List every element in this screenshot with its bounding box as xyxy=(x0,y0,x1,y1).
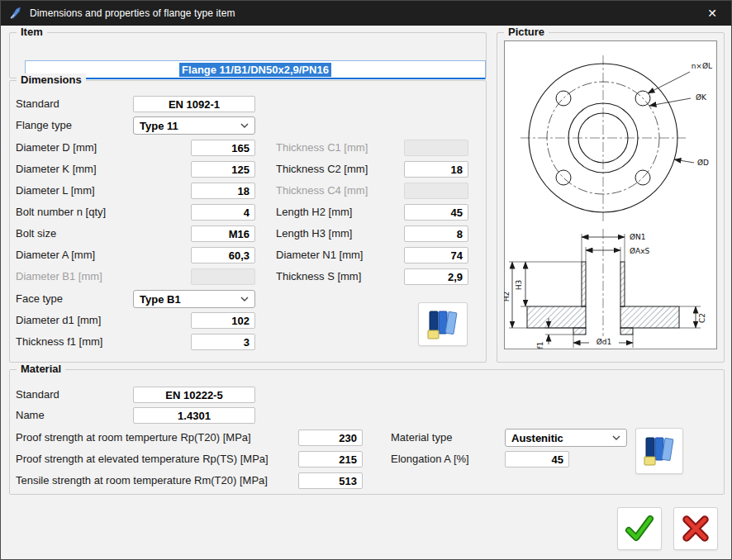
diameter-n1-input[interactable]: 74 xyxy=(404,247,468,263)
rp-t20-value: 230 xyxy=(339,432,357,444)
thickness-c2-input[interactable]: 18 xyxy=(404,161,468,178)
material-name-input[interactable]: 1.4301 xyxy=(133,407,255,424)
rp-t20-input[interactable]: 230 xyxy=(298,429,363,446)
diameter-b1-label: Diameter B1 [mm] xyxy=(16,268,102,285)
diameter-d1-value: 102 xyxy=(231,315,250,327)
material-standard-input[interactable]: EN 10222-5 xyxy=(133,387,255,403)
drawing-label-h3: H3 xyxy=(515,280,523,291)
bolt-number-label: Bolt number n [qty] xyxy=(16,204,106,221)
thickness-c2-label: Thickness C2 [mm] xyxy=(276,161,368,178)
elongation-input[interactable]: 45 xyxy=(505,451,569,467)
bolt-size-value: M16 xyxy=(229,228,250,240)
dialog-window: Dimensions and properties of flange type… xyxy=(0,0,732,560)
close-icon: ✕ xyxy=(707,7,717,20)
drawing-label-c2: C2 xyxy=(698,313,706,323)
diameter-a-value: 60,3 xyxy=(229,249,250,262)
standard-label: Standard xyxy=(16,96,59,112)
diameter-d1-input[interactable]: 102 xyxy=(191,312,255,329)
drawing-label-bolt-holes: n×ØL xyxy=(692,62,712,70)
bolt-size-label: Bolt size xyxy=(16,225,56,242)
material-name-label: Name xyxy=(16,407,45,424)
thickness-s-value: 2,9 xyxy=(448,271,463,283)
diameter-l-value: 18 xyxy=(238,185,250,197)
diameter-a-input[interactable]: 60,3 xyxy=(191,247,255,263)
cancel-button[interactable] xyxy=(673,507,718,550)
thickness-f1-input[interactable]: 3 xyxy=(191,334,255,350)
thickness-c4-label: Thickness C4 [mm] xyxy=(276,183,368,199)
check-icon xyxy=(624,515,655,543)
books-icon xyxy=(426,309,459,340)
bolt-size-input[interactable]: M16 xyxy=(191,225,255,242)
drawing-label-f1: f1 xyxy=(536,342,544,349)
rm-t20-input[interactable]: 513 xyxy=(298,472,363,489)
rp-t20-label: Proof strength at room temperture Rp(T20… xyxy=(16,429,251,446)
material-standard-label: Standard xyxy=(16,387,59,403)
ok-button[interactable] xyxy=(617,507,662,550)
dialog-body: Item Flange 11/B1/DN50x2,9/PN16 Dimensio… xyxy=(1,26,732,560)
window-title: Dimensions and properties of flange type… xyxy=(30,7,235,19)
cross-icon xyxy=(680,514,711,543)
face-type-label: Face type xyxy=(16,291,63,307)
thickness-c1-label: Thickness C1 [mm] xyxy=(276,140,368,156)
material-type-label: Material type xyxy=(391,429,452,446)
diameter-l-input[interactable]: 18 xyxy=(191,183,255,199)
bolt-number-input[interactable]: 4 xyxy=(191,204,255,221)
diameter-k-label: Diameter K [mm] xyxy=(16,161,97,178)
material-catalog-button[interactable] xyxy=(635,428,683,474)
item-name-selected-text: Flange 11/B1/DN50x2,9/PN16 xyxy=(179,63,331,77)
thickness-s-label: Thickness S [mm] xyxy=(276,268,361,285)
length-h3-label: Length H3 [mm] xyxy=(276,225,353,242)
length-h3-value: 8 xyxy=(457,228,463,240)
drawing-label-bolt-circle: ØK xyxy=(696,93,707,102)
books-icon xyxy=(643,435,676,467)
drawing-label-neck: ØN1 xyxy=(630,233,646,241)
flange-drawing: n×ØL ØK ØD xyxy=(504,40,717,353)
drawing-label-raised-face: Ød1 xyxy=(597,338,612,346)
elongation-label: Elongation A [%] xyxy=(391,451,469,467)
rm-t20-label: Tensile strength at room temperature Rm(… xyxy=(16,472,268,489)
material-group-legend: Material xyxy=(17,363,65,375)
rm-t20-value: 513 xyxy=(339,475,357,487)
diameter-d-input[interactable]: 165 xyxy=(191,140,255,156)
face-type-combo[interactable]: Type B1 xyxy=(133,290,255,308)
flange-type-combo[interactable]: Type 11 xyxy=(133,116,255,135)
flange-type-label: Flange type xyxy=(16,117,72,134)
thickness-s-input[interactable]: 2,9 xyxy=(404,268,468,285)
material-type-combo[interactable]: Austenitic xyxy=(505,429,627,447)
picture-group-legend: Picture xyxy=(504,26,549,38)
standard-input[interactable]: EN 1092-1 xyxy=(133,96,255,112)
rp-ts-input[interactable]: 215 xyxy=(298,451,363,467)
dimensions-catalog-button[interactable] xyxy=(418,302,468,346)
diameter-b1-input xyxy=(191,268,255,285)
chevron-down-icon xyxy=(240,297,249,301)
drawing-label-bore: ØAxS xyxy=(630,247,650,255)
thickness-c4-input xyxy=(404,183,468,199)
rp-ts-label: Proof strength at elevated temperature R… xyxy=(16,451,269,467)
diameter-d-label: Diameter D [mm] xyxy=(16,140,97,156)
length-h2-input[interactable]: 45 xyxy=(404,204,468,221)
thickness-f1-label: Thickness f1 [mm] xyxy=(16,334,102,350)
standard-value: EN 1092-1 xyxy=(169,98,220,111)
drawing-label-outer: ØD xyxy=(697,159,709,167)
face-type-value: Type B1 xyxy=(140,293,181,306)
item-name-input[interactable]: Flange 11/B1/DN50x2,9/PN16 xyxy=(25,60,486,79)
chevron-down-icon xyxy=(240,123,249,128)
rp-ts-value: 215 xyxy=(339,453,357,466)
diameter-k-input[interactable]: 125 xyxy=(191,161,255,178)
diameter-a-label: Diameter A [mm] xyxy=(16,247,95,263)
bolt-number-value: 4 xyxy=(244,206,250,219)
length-h3-input[interactable]: 8 xyxy=(404,225,468,242)
titlebar[interactable]: Dimensions and properties of flange type… xyxy=(1,1,731,26)
flange-type-value: Type 11 xyxy=(140,120,178,132)
diameter-d1-label: Diameter d1 [mm] xyxy=(16,312,101,329)
thickness-c1-input xyxy=(404,140,468,156)
material-type-value: Austenitic xyxy=(511,432,563,444)
item-group-legend: Item xyxy=(17,26,47,38)
length-h2-value: 45 xyxy=(451,206,463,219)
dimensions-group-legend: Dimensions xyxy=(17,74,86,86)
diameter-d-value: 165 xyxy=(231,142,250,154)
close-button[interactable]: ✕ xyxy=(693,1,731,26)
diameter-k-value: 125 xyxy=(231,164,250,176)
material-standard-value: EN 10222-5 xyxy=(165,389,222,401)
length-h2-label: Length H2 [mm] xyxy=(276,204,353,221)
